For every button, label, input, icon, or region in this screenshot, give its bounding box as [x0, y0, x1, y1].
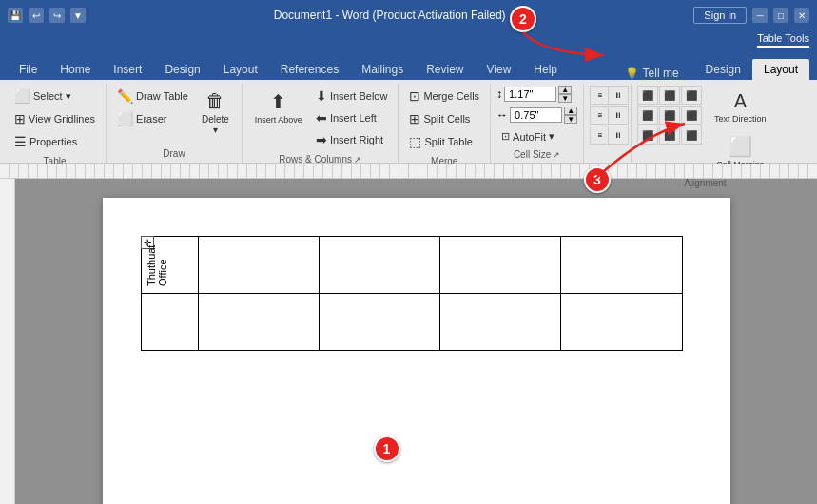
tab-layout[interactable]: Layout: [212, 59, 269, 80]
split-cells-icon: ⊞: [409, 111, 420, 126]
ribbon-group-rows-cols: ⬆ Insert Above ⬇ Insert Below ⬅ Insert L…: [243, 84, 399, 163]
save-icon[interactable]: 💾: [8, 8, 23, 23]
title-bar-right: Sign in ─ □ ✕: [693, 7, 809, 24]
insert-right-button[interactable]: ➡ Insert Right: [311, 129, 393, 150]
draw-table-button[interactable]: ✏️ Draw Table: [112, 86, 193, 107]
ribbon-group-cell-size: ↕ ▲ ▼ ↔ ▲ ▼ ⊡ AutoFit ▾: [491, 84, 584, 163]
align-bot-center-btn[interactable]: ⬛: [659, 126, 680, 145]
table-cell-7[interactable]: [198, 294, 319, 351]
align-mid-right-btn[interactable]: ⬛: [681, 106, 702, 125]
cell-size-expand-icon[interactable]: ↗: [553, 150, 560, 160]
align-buttons-grid: ⬛ ⬛ ⬛ ⬛ ⬛ ⬛ ⬛ ⬛ ⬛: [637, 86, 702, 145]
insert-above-icon: ⬆: [270, 90, 286, 113]
tab-table-layout[interactable]: Layout: [752, 59, 809, 80]
merge-cells-button[interactable]: ⊡ Merge Cells: [404, 86, 484, 107]
table-cell-8[interactable]: [319, 294, 439, 351]
word-table: Thuthuat Office: [141, 236, 683, 351]
tab-help[interactable]: Help: [522, 59, 569, 80]
merge-group-content: ⊡ Merge Cells ⊞ Split Cells ⬚ Split Tabl…: [404, 84, 484, 152]
table-tools-label: Table Tools: [757, 32, 809, 48]
ribbon-group-distribute: ≡ ⫼ ≡ ⫼ ≡ ⫼: [584, 84, 632, 163]
table-tools-row: Table Tools: [0, 30, 817, 48]
select-button[interactable]: ⬜ Select ▾: [10, 86, 76, 107]
tab-mailings[interactable]: Mailings: [350, 59, 415, 80]
text-direction-icon: A: [734, 90, 747, 112]
customize-icon[interactable]: ▼: [70, 8, 86, 23]
tab-references[interactable]: References: [269, 59, 350, 80]
table-cell-9[interactable]: [440, 294, 561, 351]
horizontal-ruler: [0, 164, 817, 179]
table-cell-2[interactable]: [198, 237, 319, 294]
tab-home[interactable]: Home: [49, 59, 102, 80]
properties-icon: ☰: [14, 134, 27, 149]
cell-size-group-label: Cell Size ↗: [514, 145, 560, 160]
split-cells-button[interactable]: ⊞ Split Cells: [404, 108, 475, 129]
dist-col-btn[interactable]: ⫼: [608, 86, 629, 105]
width-down-btn[interactable]: ▼: [564, 115, 577, 124]
dist-col3-btn[interactable]: ⫼: [608, 126, 629, 145]
split-table-icon: ⬚: [409, 134, 421, 149]
merge-cells-icon: ⊡: [409, 88, 420, 104]
close-icon[interactable]: ✕: [794, 8, 809, 23]
draw-group-label: Draw: [163, 145, 185, 159]
split-table-button[interactable]: ⬚ Split Table: [404, 131, 477, 152]
eraser-button[interactable]: ⬜ Eraser: [112, 108, 193, 129]
properties-button[interactable]: ☰ Properties: [10, 131, 82, 152]
cell-size-content: ↕ ▲ ▼ ↔ ▲ ▼ ⊡ AutoFit ▾: [496, 84, 577, 145]
tab-insert[interactable]: Insert: [102, 59, 153, 80]
align-top-left-btn[interactable]: ⬛: [637, 86, 658, 105]
table-cell-3[interactable]: [319, 237, 439, 294]
align-bot-right-btn[interactable]: ⬛: [681, 126, 702, 145]
align-mid-center-btn[interactable]: ⬛: [659, 106, 680, 125]
autofit-button[interactable]: ⊡ AutoFit ▾: [496, 127, 559, 145]
tabs-area: Table Tools File Home Insert Design Layo…: [0, 30, 817, 80]
ribbon-group-draw: ✏️ Draw Table ⬜ Eraser 🗑 Delete ▾ Draw: [107, 84, 243, 163]
tab-table-design[interactable]: Design: [694, 59, 752, 80]
sign-in-button[interactable]: Sign in: [693, 7, 747, 24]
redo-icon[interactable]: ↪: [49, 8, 65, 23]
tab-design[interactable]: Design: [153, 59, 211, 80]
table-cell-10[interactable]: [561, 294, 682, 351]
delete-dropdown-icon: ▾: [213, 125, 218, 135]
align-bot-left-btn[interactable]: ⬛: [637, 126, 658, 145]
height-up-btn[interactable]: ▲: [558, 86, 572, 94]
insert-below-button[interactable]: ⬇ Insert Below: [311, 86, 393, 107]
cell-width-input[interactable]: [510, 107, 562, 123]
delete-button[interactable]: 🗑 Delete ▾: [195, 86, 236, 140]
document-area: ✛ Thuthuat Office: [15, 179, 817, 504]
select-icon: ⬜: [14, 88, 30, 104]
ribbon-group-table: ⬜ Select ▾ ⊞ View Gridlines ☰ Properties…: [4, 84, 107, 163]
width-up-btn[interactable]: ▲: [564, 107, 577, 115]
table-cell-6[interactable]: [141, 294, 198, 351]
autofit-dropdown-icon: ▾: [549, 130, 554, 143]
insert-left-button[interactable]: ⬅ Insert Left: [311, 107, 393, 128]
cell-height-input[interactable]: [504, 87, 556, 102]
draw-group-content: ✏️ Draw Table ⬜ Eraser 🗑 Delete ▾: [112, 84, 236, 145]
tab-view[interactable]: View: [476, 59, 523, 80]
maximize-icon[interactable]: □: [773, 8, 788, 23]
rows-cols-expand-icon[interactable]: ↗: [354, 155, 361, 165]
draw-table-icon: ✏️: [117, 88, 133, 104]
undo-icon[interactable]: ↩: [29, 8, 44, 23]
height-down-btn[interactable]: ▼: [558, 94, 572, 103]
ruler-markings: [0, 164, 817, 178]
align-top-center-btn[interactable]: ⬛: [659, 86, 680, 105]
view-gridlines-button[interactable]: ⊞ View Gridlines: [10, 108, 100, 129]
text-direction-button[interactable]: A Text Direction: [708, 86, 773, 128]
insert-above-button[interactable]: ⬆ Insert Above: [248, 86, 309, 129]
align-mid-left-btn[interactable]: ⬛: [637, 106, 658, 125]
table-cell-4[interactable]: [440, 237, 561, 294]
cell-height-icon: ↕: [496, 87, 502, 101]
gridlines-icon: ⊞: [14, 111, 26, 126]
align-top-right-btn[interactable]: ⬛: [681, 86, 702, 105]
tell-me-label[interactable]: Tell me: [643, 67, 679, 80]
table-cell-5[interactable]: [561, 237, 682, 294]
tab-file[interactable]: File: [8, 59, 49, 80]
dist-col2-btn[interactable]: ⫼: [608, 106, 629, 125]
minimize-icon[interactable]: ─: [752, 8, 768, 23]
table-cell-text[interactable]: Thuthuat Office: [141, 237, 198, 294]
tab-review[interactable]: Review: [415, 59, 475, 80]
insert-below-icon: ⬇: [316, 88, 327, 104]
autofit-icon: ⊡: [501, 130, 510, 143]
light-bulb-icon: 💡: [625, 67, 639, 80]
